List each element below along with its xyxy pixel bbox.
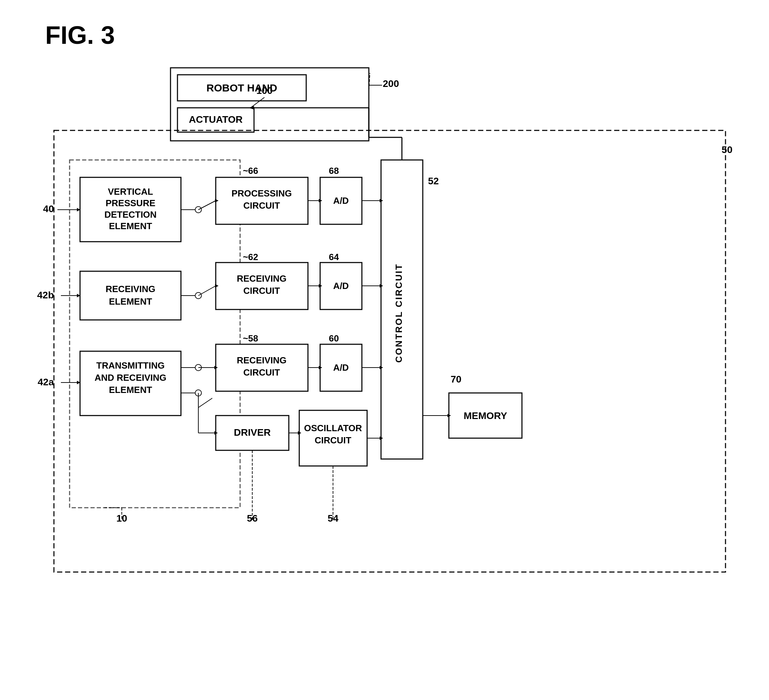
svg-rect-35 [216, 344, 308, 391]
svg-text:ELEMENT: ELEMENT [109, 221, 152, 231]
svg-text:CONTROL CIRCUIT: CONTROL CIRCUIT [394, 263, 404, 363]
svg-rect-25 [216, 177, 308, 224]
svg-text:10: 10 [116, 513, 127, 524]
svg-marker-84 [214, 431, 218, 435]
svg-point-73 [195, 364, 201, 371]
svg-text:ELEMENT: ELEMENT [109, 296, 152, 307]
svg-line-66 [198, 286, 216, 295]
svg-rect-40 [216, 416, 289, 450]
svg-marker-79 [380, 366, 383, 369]
svg-text:50: 50 [722, 144, 732, 155]
svg-text:A/D: A/D [333, 362, 349, 373]
svg-marker-75 [214, 366, 218, 369]
svg-text:A/D: A/D [333, 281, 349, 291]
svg-text:A/D: A/D [333, 196, 349, 206]
svg-marker-59 [215, 199, 219, 202]
svg-text:ELEMENT: ELEMENT [109, 385, 152, 395]
svg-marker-63 [380, 199, 383, 202]
svg-text:~58: ~58 [243, 333, 258, 344]
svg-text:OSCILLATOR: OSCILLATOR [304, 423, 362, 433]
svg-text:AND RECEIVING: AND RECEIVING [95, 372, 167, 383]
svg-rect-30 [216, 263, 308, 310]
figure-title: FIG. 3 [45, 21, 115, 50]
svg-line-9 [369, 73, 370, 90]
svg-marker-89 [380, 437, 383, 440]
svg-text:CIRCUIT: CIRCUIT [315, 435, 351, 445]
svg-text:DRIVER: DRIVER [234, 427, 271, 438]
svg-rect-0 [171, 68, 369, 141]
svg-rect-33 [320, 263, 362, 310]
svg-rect-10 [54, 130, 726, 572]
svg-text:68: 68 [329, 165, 339, 176]
svg-text:RECEIVING: RECEIVING [236, 355, 286, 366]
svg-text:42a: 42a [38, 377, 54, 387]
svg-line-6 [251, 97, 264, 108]
svg-text:64: 64 [329, 252, 339, 262]
svg-text:MEMORY: MEMORY [464, 410, 507, 421]
svg-text:TRANSMITTING: TRANSMITTING [97, 360, 164, 371]
svg-rect-42 [299, 410, 367, 466]
svg-text:RECEIVING: RECEIVING [236, 273, 286, 284]
svg-text:PRESSURE: PRESSURE [105, 198, 155, 208]
svg-rect-18 [80, 271, 181, 320]
svg-rect-38 [320, 344, 362, 391]
svg-text:VERTICAL: VERTICAL [108, 186, 153, 197]
svg-rect-1 [177, 75, 306, 101]
svg-text:42b: 42b [37, 290, 54, 300]
svg-text:ROBOT HAND: ROBOT HAND [206, 82, 277, 93]
svg-text:RECEIVING: RECEIVING [105, 284, 155, 294]
svg-rect-3 [177, 108, 254, 132]
svg-rect-12 [69, 160, 240, 508]
svg-text:DETECTION: DETECTION [105, 209, 156, 220]
svg-point-81 [195, 390, 201, 396]
svg-marker-94 [77, 208, 80, 212]
svg-text:54: 54 [327, 513, 339, 524]
svg-marker-71 [380, 284, 383, 287]
svg-point-57 [195, 207, 201, 213]
svg-marker-77 [319, 366, 322, 369]
svg-text:PROCESSING: PROCESSING [232, 188, 291, 199]
svg-rect-48 [449, 393, 522, 438]
svg-text:CIRCUIT: CIRCUIT [243, 286, 280, 296]
svg-text:100: 100 [256, 85, 273, 96]
svg-marker-61 [319, 199, 322, 202]
svg-text:70: 70 [450, 374, 462, 385]
svg-rect-13 [80, 177, 181, 242]
svg-marker-67 [215, 284, 219, 287]
svg-marker-91 [447, 414, 451, 417]
svg-marker-87 [298, 431, 301, 435]
svg-line-58 [198, 201, 216, 210]
svg-marker-69 [319, 284, 322, 287]
svg-text:CIRCUIT: CIRCUIT [243, 200, 280, 211]
svg-marker-55 [249, 106, 254, 109]
svg-point-65 [195, 292, 201, 299]
svg-text:~66: ~66 [243, 165, 258, 176]
svg-rect-45 [381, 160, 423, 459]
svg-text:60: 60 [329, 333, 339, 344]
svg-text:56: 56 [247, 513, 257, 524]
svg-text:~62: ~62 [243, 252, 258, 262]
svg-text:40: 40 [43, 204, 54, 214]
svg-line-85 [198, 398, 212, 408]
svg-text:52: 52 [428, 176, 439, 186]
svg-rect-28 [320, 177, 362, 224]
svg-marker-100 [77, 381, 80, 384]
svg-text:CIRCUIT: CIRCUIT [243, 367, 280, 378]
svg-text:ACTUATOR: ACTUATOR [189, 114, 243, 125]
svg-text:200: 200 [383, 78, 399, 89]
svg-marker-97 [77, 294, 80, 297]
svg-rect-21 [80, 351, 181, 416]
